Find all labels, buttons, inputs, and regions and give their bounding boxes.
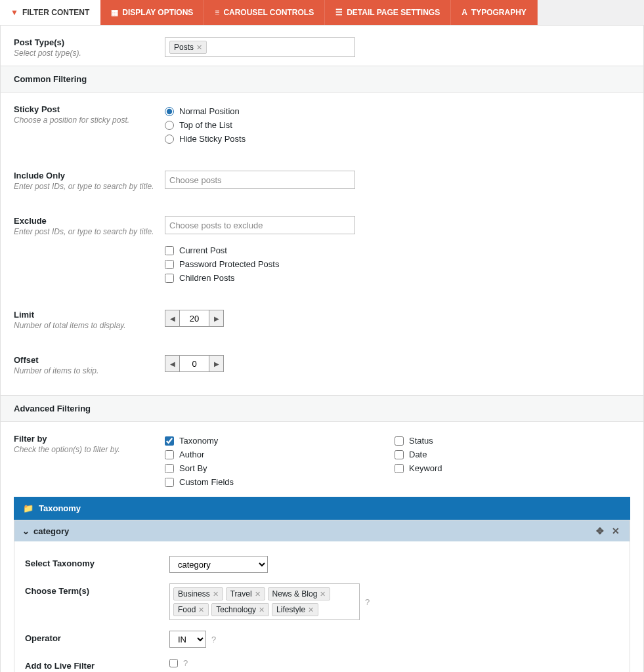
sticky-post-row: Sticky Post Choose a position for sticky… bbox=[1, 93, 643, 154]
live-filter-checkbox[interactable] bbox=[169, 659, 178, 667]
taxonomy-section-bar: 📁 Taxonomy bbox=[14, 497, 630, 520]
limit-spinner: ◀ ▶ bbox=[165, 310, 224, 327]
include-row: Include Only Enter post IDs, or type to … bbox=[1, 154, 643, 199]
offset-decrement[interactable]: ◀ bbox=[165, 356, 180, 371]
sticky-radio-group: Normal Position Top of the List Hide Sti… bbox=[165, 104, 630, 146]
tab-filter-content[interactable]: ▼ FILTER CONTENT bbox=[0, 0, 100, 25]
filterby-taxonomy[interactable]: Taxonomy bbox=[165, 434, 395, 448]
remove-term-icon[interactable]: ✕ bbox=[198, 606, 204, 614]
sticky-hide[interactable]: Hide Sticky Posts bbox=[165, 132, 630, 146]
folder-icon: 📁 bbox=[23, 503, 33, 513]
exclude-password[interactable]: Password Protected Posts bbox=[165, 257, 630, 271]
post-type-input[interactable]: Posts✕ bbox=[165, 37, 355, 57]
tab-carousel-controls[interactable]: ≡ CAROUSEL CONTROLS bbox=[204, 0, 325, 25]
limit-decrement[interactable]: ◀ bbox=[165, 310, 180, 326]
exclude-current[interactable]: Current Post bbox=[165, 243, 630, 257]
taxonomy-select[interactable]: category bbox=[169, 556, 268, 573]
section-advanced-filtering: Advanced Filtering bbox=[1, 395, 643, 422]
settings-panel: Post Type(s) Select post type(s). Posts✕… bbox=[0, 25, 644, 672]
tab-detail-page[interactable]: ☰ DETAIL PAGE SETTINGS bbox=[325, 0, 451, 25]
filterby-sortby[interactable]: Sort By bbox=[165, 461, 395, 475]
choose-terms-row: Choose Term(s) Business✕ Travel✕ News & … bbox=[25, 578, 619, 625]
remove-term-icon[interactable]: ✕ bbox=[320, 590, 326, 598]
include-input[interactable]: Choose posts bbox=[165, 171, 355, 189]
remove-term-icon[interactable]: ✕ bbox=[213, 590, 219, 598]
remove-term-icon[interactable]: ✕ bbox=[308, 606, 314, 614]
offset-row: Offset Number of items to skip. ◀ ▶ bbox=[1, 338, 643, 395]
tab-typography[interactable]: A TYPOGRAPHY bbox=[451, 0, 538, 25]
move-icon[interactable]: ✥ bbox=[594, 526, 606, 536]
help-icon[interactable]: ? bbox=[211, 635, 216, 644]
live-filter-row: Add to Live Filter ? bbox=[25, 653, 619, 672]
filterby-status[interactable]: Status bbox=[395, 434, 624, 448]
sliders-icon: ≡ bbox=[215, 8, 219, 17]
exclude-row: Exclude Enter post IDs, or type to searc… bbox=[1, 199, 643, 293]
remove-term-icon[interactable]: ✕ bbox=[259, 606, 265, 614]
sticky-normal[interactable]: Normal Position bbox=[165, 104, 630, 118]
exclude-input[interactable]: Choose posts to exclude bbox=[165, 216, 355, 234]
tab-display-options[interactable]: ▦ DISPLAY OPTIONS bbox=[100, 0, 204, 25]
limit-row: Limit Number of total items to display. … bbox=[1, 293, 643, 338]
tab-bar: ▼ FILTER CONTENT ▦ DISPLAY OPTIONS ≡ CAR… bbox=[0, 0, 644, 25]
sticky-top[interactable]: Top of the List bbox=[165, 118, 630, 132]
taxonomy-repeater: ⌄ category ✥ ✕ Select Taxonomy category … bbox=[14, 520, 630, 672]
filterby-customfields[interactable]: Custom Fields bbox=[165, 475, 395, 489]
offset-spinner: ◀ ▶ bbox=[165, 355, 224, 372]
post-type-row: Post Type(s) Select post type(s). Posts✕ bbox=[1, 26, 643, 66]
post-type-desc: Select post type(s). bbox=[14, 49, 165, 58]
filterby-keyword[interactable]: Keyword bbox=[395, 461, 624, 475]
help-icon[interactable]: ? bbox=[365, 597, 370, 607]
filter-by-row: Filter by Check the option(s) to filter … bbox=[1, 422, 643, 497]
offset-input[interactable] bbox=[180, 356, 209, 371]
delete-icon[interactable]: ✕ bbox=[610, 526, 622, 536]
remove-term-icon[interactable]: ✕ bbox=[255, 590, 261, 598]
page-icon: ☰ bbox=[335, 8, 343, 17]
limit-input[interactable] bbox=[180, 310, 209, 326]
filterby-date[interactable]: Date bbox=[395, 448, 624, 461]
filter-icon: ▼ bbox=[11, 8, 18, 17]
remove-token-icon[interactable]: ✕ bbox=[196, 43, 202, 52]
limit-increment[interactable]: ▶ bbox=[209, 310, 223, 326]
offset-increment[interactable]: ▶ bbox=[209, 356, 223, 371]
section-common-filtering: Common Filtering bbox=[1, 66, 643, 93]
terms-input[interactable]: Business✕ Travel✕ News & Blog✕ Food✕ Tec… bbox=[169, 583, 360, 620]
help-icon[interactable]: ? bbox=[183, 658, 188, 668]
post-type-token: Posts✕ bbox=[169, 41, 207, 54]
select-taxonomy-row: Select Taxonomy category bbox=[25, 551, 619, 578]
operator-select[interactable]: IN bbox=[169, 631, 206, 648]
operator-row: Operator IN ? bbox=[25, 625, 619, 653]
font-icon: A bbox=[462, 8, 467, 17]
filterby-author[interactable]: Author bbox=[165, 448, 395, 461]
post-type-label: Post Type(s) bbox=[14, 37, 165, 47]
grid-icon: ▦ bbox=[111, 8, 118, 17]
exclude-children[interactable]: Children Posts bbox=[165, 271, 630, 285]
chevron-down-icon: ⌄ bbox=[22, 526, 30, 536]
category-item-header[interactable]: ⌄ category ✥ ✕ bbox=[14, 520, 630, 541]
